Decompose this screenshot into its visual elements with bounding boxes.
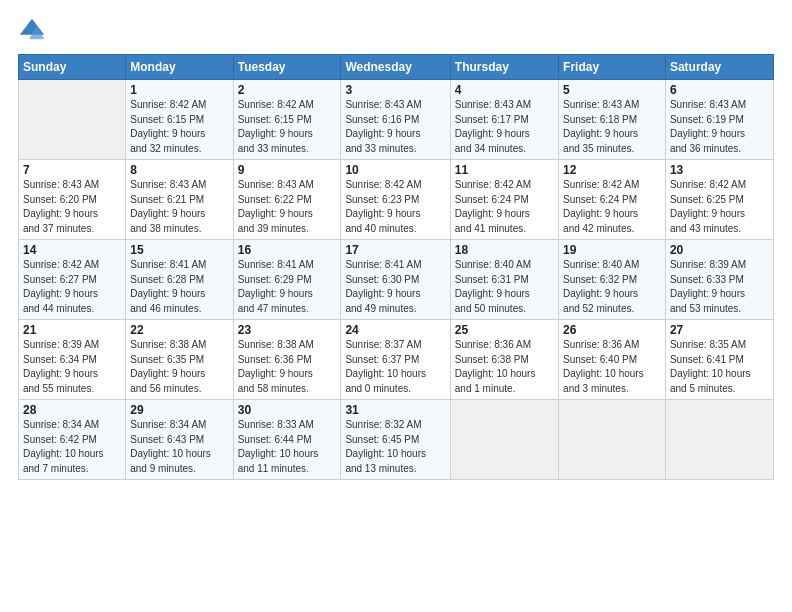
day-info: Sunrise: 8:35 AM Sunset: 6:41 PM Dayligh… <box>670 338 769 396</box>
calendar-header-row: SundayMondayTuesdayWednesdayThursdayFrid… <box>19 55 774 80</box>
day-info: Sunrise: 8:43 AM Sunset: 6:21 PM Dayligh… <box>130 178 228 236</box>
calendar-cell: 5Sunrise: 8:43 AM Sunset: 6:18 PM Daylig… <box>559 80 666 160</box>
day-info: Sunrise: 8:32 AM Sunset: 6:45 PM Dayligh… <box>345 418 445 476</box>
calendar-cell: 27Sunrise: 8:35 AM Sunset: 6:41 PM Dayli… <box>665 320 773 400</box>
calendar-cell: 2Sunrise: 8:42 AM Sunset: 6:15 PM Daylig… <box>233 80 341 160</box>
calendar-cell: 25Sunrise: 8:36 AM Sunset: 6:38 PM Dayli… <box>450 320 558 400</box>
day-number: 14 <box>23 243 121 257</box>
day-number: 5 <box>563 83 661 97</box>
day-number: 26 <box>563 323 661 337</box>
day-info: Sunrise: 8:42 AM Sunset: 6:23 PM Dayligh… <box>345 178 445 236</box>
calendar-cell: 14Sunrise: 8:42 AM Sunset: 6:27 PM Dayli… <box>19 240 126 320</box>
calendar-cell: 8Sunrise: 8:43 AM Sunset: 6:21 PM Daylig… <box>126 160 233 240</box>
day-info: Sunrise: 8:34 AM Sunset: 6:42 PM Dayligh… <box>23 418 121 476</box>
calendar-cell: 10Sunrise: 8:42 AM Sunset: 6:23 PM Dayli… <box>341 160 450 240</box>
day-number: 30 <box>238 403 337 417</box>
calendar-cell: 29Sunrise: 8:34 AM Sunset: 6:43 PM Dayli… <box>126 400 233 480</box>
calendar-cell: 15Sunrise: 8:41 AM Sunset: 6:28 PM Dayli… <box>126 240 233 320</box>
calendar-cell: 26Sunrise: 8:36 AM Sunset: 6:40 PM Dayli… <box>559 320 666 400</box>
header-saturday: Saturday <box>665 55 773 80</box>
day-number: 4 <box>455 83 554 97</box>
day-number: 16 <box>238 243 337 257</box>
calendar-cell: 9Sunrise: 8:43 AM Sunset: 6:22 PM Daylig… <box>233 160 341 240</box>
logo-icon <box>18 16 46 44</box>
day-info: Sunrise: 8:38 AM Sunset: 6:36 PM Dayligh… <box>238 338 337 396</box>
day-info: Sunrise: 8:41 AM Sunset: 6:28 PM Dayligh… <box>130 258 228 316</box>
day-info: Sunrise: 8:40 AM Sunset: 6:32 PM Dayligh… <box>563 258 661 316</box>
calendar-cell: 16Sunrise: 8:41 AM Sunset: 6:29 PM Dayli… <box>233 240 341 320</box>
calendar-cell: 6Sunrise: 8:43 AM Sunset: 6:19 PM Daylig… <box>665 80 773 160</box>
calendar-cell: 13Sunrise: 8:42 AM Sunset: 6:25 PM Dayli… <box>665 160 773 240</box>
day-info: Sunrise: 8:42 AM Sunset: 6:15 PM Dayligh… <box>238 98 337 156</box>
calendar-cell: 11Sunrise: 8:42 AM Sunset: 6:24 PM Dayli… <box>450 160 558 240</box>
header-sunday: Sunday <box>19 55 126 80</box>
day-number: 25 <box>455 323 554 337</box>
header-tuesday: Tuesday <box>233 55 341 80</box>
day-info: Sunrise: 8:34 AM Sunset: 6:43 PM Dayligh… <box>130 418 228 476</box>
day-number: 12 <box>563 163 661 177</box>
day-number: 31 <box>345 403 445 417</box>
header-wednesday: Wednesday <box>341 55 450 80</box>
week-row-5: 28Sunrise: 8:34 AM Sunset: 6:42 PM Dayli… <box>19 400 774 480</box>
calendar-cell: 23Sunrise: 8:38 AM Sunset: 6:36 PM Dayli… <box>233 320 341 400</box>
header-monday: Monday <box>126 55 233 80</box>
page: SundayMondayTuesdayWednesdayThursdayFrid… <box>0 0 792 612</box>
day-info: Sunrise: 8:40 AM Sunset: 6:31 PM Dayligh… <box>455 258 554 316</box>
day-number: 11 <box>455 163 554 177</box>
day-number: 9 <box>238 163 337 177</box>
day-info: Sunrise: 8:37 AM Sunset: 6:37 PM Dayligh… <box>345 338 445 396</box>
week-row-4: 21Sunrise: 8:39 AM Sunset: 6:34 PM Dayli… <box>19 320 774 400</box>
day-info: Sunrise: 8:36 AM Sunset: 6:38 PM Dayligh… <box>455 338 554 396</box>
day-number: 6 <box>670 83 769 97</box>
calendar-cell: 31Sunrise: 8:32 AM Sunset: 6:45 PM Dayli… <box>341 400 450 480</box>
day-info: Sunrise: 8:43 AM Sunset: 6:18 PM Dayligh… <box>563 98 661 156</box>
day-info: Sunrise: 8:43 AM Sunset: 6:16 PM Dayligh… <box>345 98 445 156</box>
calendar-cell: 4Sunrise: 8:43 AM Sunset: 6:17 PM Daylig… <box>450 80 558 160</box>
day-info: Sunrise: 8:38 AM Sunset: 6:35 PM Dayligh… <box>130 338 228 396</box>
day-info: Sunrise: 8:39 AM Sunset: 6:33 PM Dayligh… <box>670 258 769 316</box>
day-info: Sunrise: 8:42 AM Sunset: 6:27 PM Dayligh… <box>23 258 121 316</box>
header <box>18 16 774 44</box>
day-number: 24 <box>345 323 445 337</box>
day-info: Sunrise: 8:42 AM Sunset: 6:25 PM Dayligh… <box>670 178 769 236</box>
day-info: Sunrise: 8:39 AM Sunset: 6:34 PM Dayligh… <box>23 338 121 396</box>
day-number: 3 <box>345 83 445 97</box>
calendar-cell: 20Sunrise: 8:39 AM Sunset: 6:33 PM Dayli… <box>665 240 773 320</box>
day-number: 29 <box>130 403 228 417</box>
week-row-1: 1Sunrise: 8:42 AM Sunset: 6:15 PM Daylig… <box>19 80 774 160</box>
day-info: Sunrise: 8:41 AM Sunset: 6:30 PM Dayligh… <box>345 258 445 316</box>
day-number: 20 <box>670 243 769 257</box>
day-number: 19 <box>563 243 661 257</box>
calendar-cell <box>665 400 773 480</box>
header-thursday: Thursday <box>450 55 558 80</box>
calendar-cell: 22Sunrise: 8:38 AM Sunset: 6:35 PM Dayli… <box>126 320 233 400</box>
day-info: Sunrise: 8:43 AM Sunset: 6:17 PM Dayligh… <box>455 98 554 156</box>
day-number: 22 <box>130 323 228 337</box>
calendar-cell <box>19 80 126 160</box>
day-number: 18 <box>455 243 554 257</box>
header-friday: Friday <box>559 55 666 80</box>
day-number: 13 <box>670 163 769 177</box>
day-number: 15 <box>130 243 228 257</box>
calendar-cell: 1Sunrise: 8:42 AM Sunset: 6:15 PM Daylig… <box>126 80 233 160</box>
calendar-cell: 18Sunrise: 8:40 AM Sunset: 6:31 PM Dayli… <box>450 240 558 320</box>
day-info: Sunrise: 8:36 AM Sunset: 6:40 PM Dayligh… <box>563 338 661 396</box>
calendar-cell: 17Sunrise: 8:41 AM Sunset: 6:30 PM Dayli… <box>341 240 450 320</box>
calendar-cell: 30Sunrise: 8:33 AM Sunset: 6:44 PM Dayli… <box>233 400 341 480</box>
calendar-cell: 19Sunrise: 8:40 AM Sunset: 6:32 PM Dayli… <box>559 240 666 320</box>
logo <box>18 16 50 44</box>
day-info: Sunrise: 8:42 AM Sunset: 6:24 PM Dayligh… <box>563 178 661 236</box>
day-number: 7 <box>23 163 121 177</box>
day-number: 8 <box>130 163 228 177</box>
day-number: 2 <box>238 83 337 97</box>
day-number: 28 <box>23 403 121 417</box>
day-number: 17 <box>345 243 445 257</box>
day-info: Sunrise: 8:43 AM Sunset: 6:22 PM Dayligh… <box>238 178 337 236</box>
day-info: Sunrise: 8:41 AM Sunset: 6:29 PM Dayligh… <box>238 258 337 316</box>
day-number: 23 <box>238 323 337 337</box>
day-number: 10 <box>345 163 445 177</box>
week-row-3: 14Sunrise: 8:42 AM Sunset: 6:27 PM Dayli… <box>19 240 774 320</box>
calendar-cell: 3Sunrise: 8:43 AM Sunset: 6:16 PM Daylig… <box>341 80 450 160</box>
week-row-2: 7Sunrise: 8:43 AM Sunset: 6:20 PM Daylig… <box>19 160 774 240</box>
day-number: 27 <box>670 323 769 337</box>
